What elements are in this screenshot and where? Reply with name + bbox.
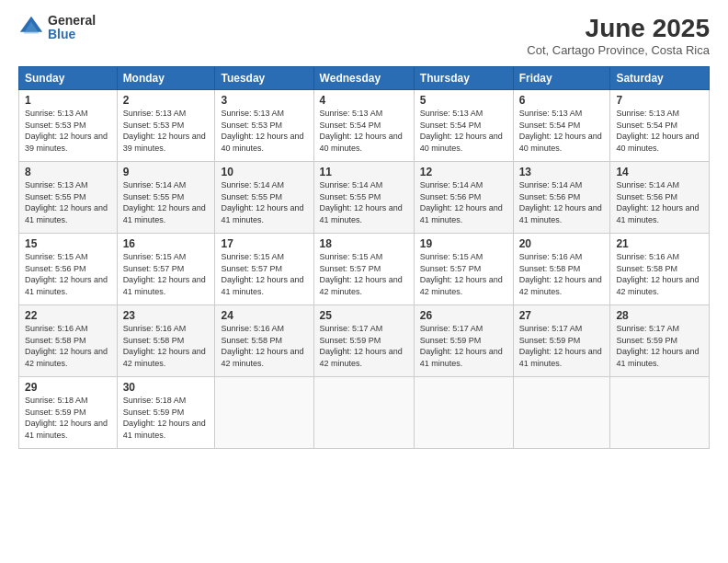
calendar-cell: 9 Sunrise: 5:14 AM Sunset: 5:55 PM Dayli… — [117, 162, 215, 234]
col-tuesday: Tuesday — [215, 67, 313, 90]
day-number: 14 — [616, 166, 703, 178]
calendar-cell: 19 Sunrise: 5:15 AM Sunset: 5:57 PM Dayl… — [414, 234, 513, 305]
calendar-cell: 15 Sunrise: 5:15 AM Sunset: 5:56 PM Dayl… — [19, 234, 118, 305]
day-info: Sunrise: 5:13 AM Sunset: 5:53 PM Dayligh… — [221, 108, 307, 154]
day-info: Sunrise: 5:17 AM Sunset: 5:59 PM Dayligh… — [320, 323, 408, 369]
calendar-week-row: 29 Sunrise: 5:18 AM Sunset: 5:59 PM Dayl… — [19, 377, 710, 449]
calendar-cell: 8 Sunrise: 5:13 AM Sunset: 5:55 PM Dayli… — [19, 162, 118, 234]
calendar-cell: 6 Sunrise: 5:13 AM Sunset: 5:54 PM Dayli… — [513, 90, 610, 162]
day-number: 13 — [519, 166, 605, 178]
day-number: 1 — [25, 94, 111, 107]
day-info: Sunrise: 5:14 AM Sunset: 5:56 PM Dayligh… — [420, 179, 507, 225]
day-number: 29 — [25, 381, 111, 394]
day-number: 2 — [123, 94, 210, 107]
day-info: Sunrise: 5:15 AM Sunset: 5:57 PM Dayligh… — [420, 251, 507, 297]
calendar-cell: 1 Sunrise: 5:13 AM Sunset: 5:53 PM Dayli… — [19, 90, 118, 162]
day-info: Sunrise: 5:14 AM Sunset: 5:55 PM Dayligh… — [123, 179, 210, 225]
day-number: 15 — [25, 237, 111, 250]
day-info: Sunrise: 5:13 AM Sunset: 5:54 PM Dayligh… — [420, 108, 507, 154]
day-number: 17 — [221, 237, 307, 250]
day-number: 19 — [420, 237, 507, 250]
day-info: Sunrise: 5:13 AM Sunset: 5:55 PM Dayligh… — [25, 179, 111, 225]
day-info: Sunrise: 5:17 AM Sunset: 5:59 PM Dayligh… — [616, 323, 703, 369]
day-info: Sunrise: 5:15 AM Sunset: 5:57 PM Dayligh… — [123, 251, 210, 297]
day-info: Sunrise: 5:13 AM Sunset: 5:53 PM Dayligh… — [25, 108, 111, 154]
logo-text: General Blue — [48, 14, 96, 42]
calendar-cell — [215, 377, 313, 449]
col-thursday: Thursday — [414, 67, 513, 90]
day-number: 30 — [123, 381, 210, 394]
calendar: Sunday Monday Tuesday Wednesday Thursday… — [18, 66, 710, 449]
calendar-cell: 4 Sunrise: 5:13 AM Sunset: 5:54 PM Dayli… — [313, 90, 414, 162]
day-number: 4 — [320, 94, 408, 107]
calendar-cell: 27 Sunrise: 5:17 AM Sunset: 5:59 PM Dayl… — [513, 305, 610, 377]
logo-line2: Blue — [48, 28, 96, 41]
calendar-cell: 16 Sunrise: 5:15 AM Sunset: 5:57 PM Dayl… — [117, 234, 215, 305]
day-info: Sunrise: 5:16 AM Sunset: 5:58 PM Dayligh… — [221, 323, 307, 369]
calendar-cell — [610, 377, 710, 449]
day-number: 18 — [320, 237, 408, 250]
day-info: Sunrise: 5:13 AM Sunset: 5:54 PM Dayligh… — [616, 108, 703, 154]
day-info: Sunrise: 5:18 AM Sunset: 5:59 PM Dayligh… — [123, 395, 210, 441]
day-number: 24 — [221, 309, 307, 322]
day-info: Sunrise: 5:18 AM Sunset: 5:59 PM Dayligh… — [25, 395, 111, 441]
day-number: 8 — [25, 166, 111, 178]
header: General Blue June 2025 Cot, Cartago Prov… — [18, 14, 710, 57]
day-number: 23 — [123, 309, 210, 322]
day-info: Sunrise: 5:15 AM Sunset: 5:56 PM Dayligh… — [25, 251, 111, 297]
day-info: Sunrise: 5:16 AM Sunset: 5:58 PM Dayligh… — [123, 323, 210, 369]
day-info: Sunrise: 5:13 AM Sunset: 5:53 PM Dayligh… — [123, 108, 210, 154]
day-number: 6 — [519, 94, 605, 107]
day-info: Sunrise: 5:13 AM Sunset: 5:54 PM Dayligh… — [320, 108, 408, 154]
day-info: Sunrise: 5:14 AM Sunset: 5:56 PM Dayligh… — [616, 179, 703, 225]
day-info: Sunrise: 5:15 AM Sunset: 5:57 PM Dayligh… — [320, 251, 408, 297]
calendar-cell: 29 Sunrise: 5:18 AM Sunset: 5:59 PM Dayl… — [19, 377, 118, 449]
calendar-cell: 13 Sunrise: 5:14 AM Sunset: 5:56 PM Dayl… — [513, 162, 610, 234]
month-year: June 2025 — [527, 14, 710, 43]
day-number: 16 — [123, 237, 210, 250]
day-info: Sunrise: 5:14 AM Sunset: 5:55 PM Dayligh… — [221, 179, 307, 225]
day-number: 12 — [420, 166, 507, 178]
calendar-cell: 24 Sunrise: 5:16 AM Sunset: 5:58 PM Dayl… — [215, 305, 313, 377]
calendar-cell — [414, 377, 513, 449]
calendar-cell: 23 Sunrise: 5:16 AM Sunset: 5:58 PM Dayl… — [117, 305, 215, 377]
location: Cot, Cartago Province, Costa Rica — [527, 43, 710, 57]
calendar-week-row: 1 Sunrise: 5:13 AM Sunset: 5:53 PM Dayli… — [19, 90, 710, 162]
calendar-week-row: 22 Sunrise: 5:16 AM Sunset: 5:58 PM Dayl… — [19, 305, 710, 377]
calendar-cell: 22 Sunrise: 5:16 AM Sunset: 5:58 PM Dayl… — [19, 305, 118, 377]
day-info: Sunrise: 5:17 AM Sunset: 5:59 PM Dayligh… — [420, 323, 507, 369]
day-info: Sunrise: 5:16 AM Sunset: 5:58 PM Dayligh… — [25, 323, 111, 369]
col-monday: Monday — [117, 67, 215, 90]
logo: General Blue — [18, 14, 96, 42]
day-number: 21 — [616, 237, 703, 250]
day-number: 22 — [25, 309, 111, 322]
calendar-week-row: 8 Sunrise: 5:13 AM Sunset: 5:55 PM Dayli… — [19, 162, 710, 234]
title-block: June 2025 Cot, Cartago Province, Costa R… — [527, 14, 710, 57]
calendar-cell: 17 Sunrise: 5:15 AM Sunset: 5:57 PM Dayl… — [215, 234, 313, 305]
calendar-cell: 14 Sunrise: 5:14 AM Sunset: 5:56 PM Dayl… — [610, 162, 710, 234]
day-info: Sunrise: 5:16 AM Sunset: 5:58 PM Dayligh… — [519, 251, 605, 297]
col-wednesday: Wednesday — [313, 67, 414, 90]
day-info: Sunrise: 5:14 AM Sunset: 5:56 PM Dayligh… — [519, 179, 605, 225]
calendar-cell: 18 Sunrise: 5:15 AM Sunset: 5:57 PM Dayl… — [313, 234, 414, 305]
day-number: 20 — [519, 237, 605, 250]
calendar-cell: 2 Sunrise: 5:13 AM Sunset: 5:53 PM Dayli… — [117, 90, 215, 162]
day-info: Sunrise: 5:17 AM Sunset: 5:59 PM Dayligh… — [519, 323, 605, 369]
day-number: 7 — [616, 94, 703, 107]
calendar-cell: 5 Sunrise: 5:13 AM Sunset: 5:54 PM Dayli… — [414, 90, 513, 162]
calendar-header-row: Sunday Monday Tuesday Wednesday Thursday… — [19, 67, 710, 90]
calendar-cell: 11 Sunrise: 5:14 AM Sunset: 5:55 PM Dayl… — [313, 162, 414, 234]
day-number: 28 — [616, 309, 703, 322]
day-info: Sunrise: 5:15 AM Sunset: 5:57 PM Dayligh… — [221, 251, 307, 297]
page: General Blue June 2025 Cot, Cartago Prov… — [0, 0, 728, 563]
col-saturday: Saturday — [610, 67, 710, 90]
calendar-cell: 3 Sunrise: 5:13 AM Sunset: 5:53 PM Dayli… — [215, 90, 313, 162]
day-number: 11 — [320, 166, 408, 178]
day-number: 26 — [420, 309, 507, 322]
day-number: 3 — [221, 94, 307, 107]
calendar-cell: 25 Sunrise: 5:17 AM Sunset: 5:59 PM Dayl… — [313, 305, 414, 377]
day-number: 9 — [123, 166, 210, 178]
calendar-cell: 30 Sunrise: 5:18 AM Sunset: 5:59 PM Dayl… — [117, 377, 215, 449]
day-info: Sunrise: 5:16 AM Sunset: 5:58 PM Dayligh… — [616, 251, 703, 297]
day-number: 10 — [221, 166, 307, 178]
